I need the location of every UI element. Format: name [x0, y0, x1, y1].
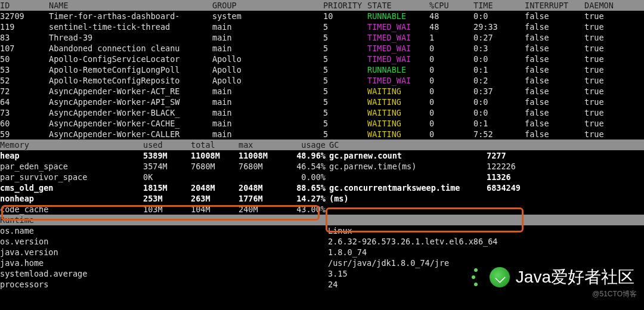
- thread-table: 32709Timer-for-arthas-dashboard-system10…: [0, 11, 644, 140]
- table-row: 64AsyncAppender-Worker-API_SWmain5WAITIN…: [0, 97, 644, 107]
- memory-header: Memory used total max usage GC: [0, 140, 644, 150]
- memory-row: heap5389M11008M11008M48.96%: [0, 150, 326, 161]
- wechat-bubble-icon: [490, 267, 510, 287]
- memory-row: code_cache103M104M240M43.00%: [0, 204, 326, 215]
- runtime-row: os.version2.6.32-926.573.26.1.letv.el6.x…: [0, 236, 644, 247]
- table-row: 53Apollo-RemoteConfigLongPollApollo5RUNN…: [0, 64, 644, 75]
- hdr-state: STATE: [367, 0, 429, 11]
- runtime-row: java.version1.8.0_74: [0, 247, 644, 258]
- gc-row: 11326: [329, 172, 644, 182]
- table-row: 52Apollo-RemoteConfigRepositoApollo5TIME…: [0, 75, 644, 86]
- memory-row: nonheap253M263M1776M14.27%: [0, 193, 326, 204]
- hdr-name: NAME: [49, 0, 212, 11]
- hdr-used: used: [143, 140, 191, 150]
- hdr-id: ID: [0, 0, 49, 11]
- memory-row: par_eden_space3574M7680M7680M46.54%: [0, 161, 326, 172]
- blog-tag: @51CTO博客: [592, 289, 637, 299]
- table-row: 32709Timer-for-arthas-dashboard-system10…: [0, 11, 644, 21]
- gc-row: gc.parnew.time(ms)122226: [329, 161, 644, 172]
- hdr-runtime: Runtime: [0, 215, 34, 225]
- runtime-header: Runtime: [0, 215, 644, 225]
- hdr-group: GROUP: [212, 0, 323, 11]
- gc-row: gc.concurrentmarksweep.time6834249: [329, 182, 644, 193]
- hdr-time: TIME: [473, 0, 525, 11]
- runtime-row: os.nameLinux: [0, 225, 644, 236]
- table-row: 107Abandoned connection cleanumain5TIMED…: [0, 43, 644, 54]
- hdr-interrupt: INTERRUPT: [525, 0, 584, 11]
- hdr-gc: GC: [329, 140, 339, 150]
- table-row: 119sentinel-time-tick-threadmain5TIMED_W…: [0, 21, 644, 32]
- watermark: Java爱好者社区: [472, 267, 634, 287]
- table-row: 83Thread-39main5TIMED_WAI10:27falsetrue: [0, 32, 644, 43]
- gc-table: gc.parnew.count7277gc.parnew.time(ms)122…: [326, 150, 644, 215]
- thread-header: ID NAME GROUP PRIORITY STATE %CPU TIME I…: [0, 0, 644, 11]
- memory-row: cms_old_gen1815M2048M2048M88.65%: [0, 182, 326, 193]
- table-row: 60AsyncAppender-Worker-CACHE_main5WAITIN…: [0, 118, 644, 129]
- memory-row: par_survivor_space0K0.00%: [0, 172, 326, 182]
- hdr-priority: PRIORITY: [323, 0, 367, 11]
- table-row: 72AsyncAppender-Worker-ACT_REmain5WAITIN…: [0, 86, 644, 97]
- hdr-cpu: %CPU: [429, 0, 473, 11]
- table-row: 50Apollo-ConfigServiceLocatorApollo5TIME…: [0, 54, 644, 64]
- gc-row: (ms): [329, 193, 644, 204]
- hdr-max: max: [239, 140, 286, 150]
- hdr-total: total: [191, 140, 239, 150]
- hdr-daemon: DAEMON: [584, 0, 632, 11]
- table-row: 59AsyncAppender-Worker-CALLERmain5WAITIN…: [0, 129, 644, 140]
- wechat-dots-icon: [472, 267, 484, 287]
- watermark-text: Java爱好者社区: [516, 272, 634, 283]
- hdr-usage: usage: [286, 140, 326, 150]
- gc-row: gc.parnew.count7277: [329, 150, 644, 161]
- hdr-memory: Memory: [0, 140, 143, 150]
- table-row: 73AsyncAppender-Worker-BLACK_main5WAITIN…: [0, 107, 644, 118]
- memory-table: heap5389M11008M11008M48.96%par_eden_spac…: [0, 150, 326, 215]
